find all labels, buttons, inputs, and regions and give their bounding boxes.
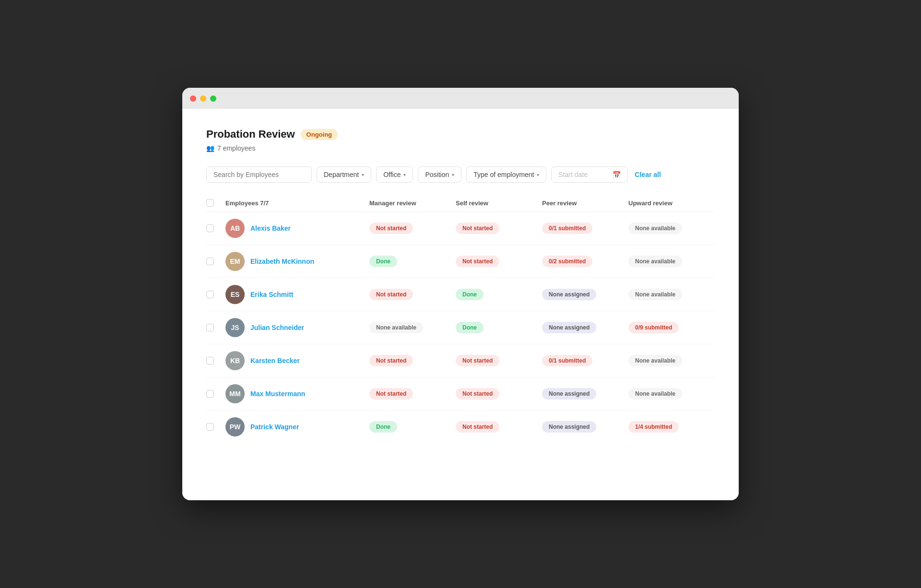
filters-row: Department ▾ Office ▾ Position ▾ Type of…: [206, 166, 715, 183]
col-manager-review: Manager review: [369, 200, 456, 207]
manager-review-cell: Not started: [369, 223, 456, 234]
search-input[interactable]: [206, 166, 312, 183]
avatar: JS: [225, 318, 245, 337]
table-row: EM Elizabeth McKinnon Done Not started 0…: [206, 245, 715, 278]
employee-cell: PW Patrick Wagner: [225, 417, 369, 436]
office-filter[interactable]: Office ▾: [376, 166, 413, 183]
employee-name[interactable]: Patrick Wagner: [250, 423, 299, 431]
self-review-badge: Not started: [456, 223, 499, 234]
peer-review-cell: None assigned: [542, 421, 628, 433]
minimize-button[interactable]: [200, 95, 206, 102]
manager-review-badge: Not started: [369, 388, 413, 400]
self-review-cell: Not started: [456, 388, 542, 400]
col-employee: Employees 7/7: [225, 200, 369, 207]
upward-review-badge: None available: [628, 355, 682, 366]
row-checkbox-6[interactable]: [206, 390, 214, 398]
peer-review-cell: None assigned: [542, 289, 628, 300]
upward-review-badge: 0/9 submitted: [628, 322, 679, 333]
manager-review-badge: None available: [369, 322, 423, 333]
employment-type-filter[interactable]: Type of employment ▾: [466, 166, 546, 183]
peer-review-badge: None assigned: [542, 289, 596, 300]
peer-review-cell: None assigned: [542, 388, 628, 400]
self-review-badge: Not started: [456, 256, 499, 267]
chevron-down-icon: ▾: [452, 172, 454, 177]
upward-review-badge: 1/4 submitted: [628, 421, 679, 433]
calendar-icon: 📅: [613, 171, 621, 178]
peer-review-badge: None assigned: [542, 421, 596, 433]
upward-review-cell: None available: [628, 355, 715, 366]
employee-name[interactable]: Erika Schmitt: [250, 291, 293, 298]
row-checkbox-4[interactable]: [206, 324, 214, 331]
col-peer-review: Peer review: [542, 200, 628, 207]
avatar: ES: [225, 285, 245, 304]
manager-review-cell: Not started: [369, 388, 456, 400]
table-row: ES Erika Schmitt Not started Done None a…: [206, 278, 715, 311]
row-checkbox-7[interactable]: [206, 423, 214, 431]
employee-count: 👥 7 employees: [206, 144, 715, 152]
manager-review-badge: Not started: [369, 355, 413, 366]
table-row: JS Julian Schneider None available Done …: [206, 311, 715, 344]
employee-name[interactable]: Max Mustermann: [250, 390, 305, 398]
peer-review-cell: None assigned: [542, 322, 628, 333]
row-checkbox-1[interactable]: [206, 224, 214, 232]
department-filter[interactable]: Department ▾: [317, 166, 371, 183]
chevron-down-icon: ▾: [403, 172, 406, 177]
peer-review-cell: 0/1 submitted: [542, 355, 628, 366]
manager-review-cell: Not started: [369, 355, 456, 366]
title-row: Probation Review Ongoing: [206, 128, 715, 141]
chevron-down-icon: ▾: [537, 172, 539, 177]
maximize-button[interactable]: [210, 95, 216, 102]
employee-cell: MM Max Mustermann: [225, 384, 369, 403]
self-review-cell: Done: [456, 322, 542, 333]
page-header: Probation Review Ongoing 👥 7 employees: [206, 128, 715, 152]
col-upward-review: Upward review: [628, 200, 715, 207]
row-checkbox-5[interactable]: [206, 357, 214, 365]
window-content: Probation Review Ongoing 👥 7 employees D…: [182, 109, 739, 500]
employees-table: Employees 7/7 Manager review Self review…: [206, 194, 715, 443]
clear-all-button[interactable]: Clear all: [635, 171, 661, 178]
self-review-cell: Not started: [456, 355, 542, 366]
manager-review-cell: None available: [369, 322, 456, 333]
employee-name[interactable]: Julian Schneider: [250, 324, 304, 331]
people-icon: 👥: [206, 144, 214, 152]
manager-review-cell: Not started: [369, 289, 456, 300]
employee-cell: ES Erika Schmitt: [225, 285, 369, 304]
avatar: KB: [225, 351, 245, 370]
select-all-checkbox[interactable]: [206, 199, 214, 207]
table-body: AB Alexis Baker Not started Not started …: [206, 212, 715, 443]
manager-review-cell: Done: [369, 256, 456, 267]
avatar: PW: [225, 417, 245, 436]
table-row: AB Alexis Baker Not started Not started …: [206, 212, 715, 245]
peer-review-cell: 0/2 submitted: [542, 256, 628, 267]
employee-cell: JS Julian Schneider: [225, 318, 369, 337]
row-checkbox-2[interactable]: [206, 258, 214, 265]
employee-name[interactable]: Elizabeth McKinnon: [250, 258, 314, 265]
self-review-badge: Not started: [456, 421, 499, 433]
upward-review-cell: None available: [628, 256, 715, 267]
employee-name[interactable]: Alexis Baker: [250, 224, 291, 232]
titlebar: [182, 88, 739, 109]
employee-cell: KB Karsten Becker: [225, 351, 369, 370]
upward-review-cell: 1/4 submitted: [628, 421, 715, 433]
peer-review-badge: None assigned: [542, 388, 596, 400]
employee-name[interactable]: Karsten Becker: [250, 357, 300, 365]
upward-review-badge: None available: [628, 223, 682, 234]
manager-review-cell: Done: [369, 421, 456, 433]
peer-review-badge: None assigned: [542, 322, 596, 333]
manager-review-badge: Not started: [369, 223, 413, 234]
manager-review-badge: Done: [369, 256, 397, 267]
start-date-input[interactable]: Start date 📅: [551, 166, 628, 183]
peer-review-badge: 0/1 submitted: [542, 223, 592, 234]
self-review-badge: Not started: [456, 355, 499, 366]
upward-review-badge: None available: [628, 388, 682, 400]
peer-review-badge: 0/1 submitted: [542, 355, 592, 366]
status-badge: Ongoing: [301, 129, 338, 140]
close-button[interactable]: [190, 95, 196, 102]
self-review-cell: Done: [456, 289, 542, 300]
self-review-cell: Not started: [456, 256, 542, 267]
employee-cell: EM Elizabeth McKinnon: [225, 252, 369, 271]
table-header: Employees 7/7 Manager review Self review…: [206, 194, 715, 212]
position-filter[interactable]: Position ▾: [418, 166, 461, 183]
row-checkbox-3[interactable]: [206, 291, 214, 298]
table-row: MM Max Mustermann Not started Not starte…: [206, 377, 715, 411]
